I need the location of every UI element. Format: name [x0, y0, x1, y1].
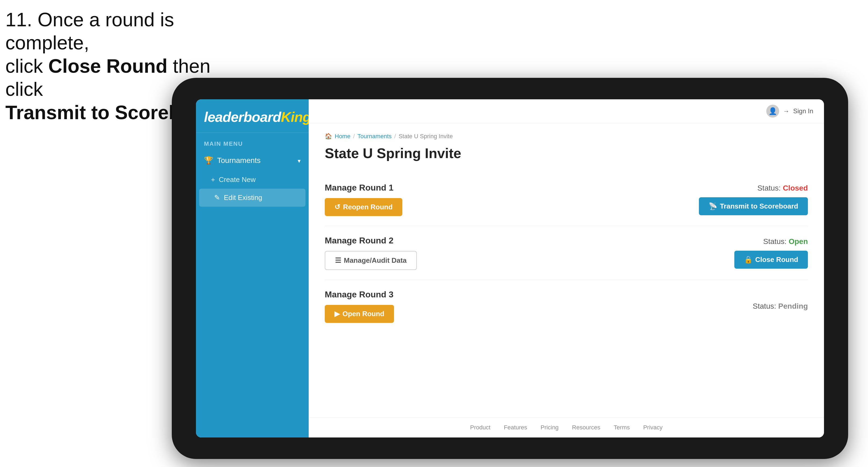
close-round-button[interactable]: 🔒 Close Round [734, 251, 808, 269]
close-round-bold: Close Round [48, 55, 167, 77]
sidebar: leaderboardKing MAIN MENU 🏆 Tournaments … [196, 99, 309, 437]
reopen-round-label: Reopen Round [343, 203, 393, 211]
footer-link-pricing[interactable]: Pricing [540, 424, 559, 431]
top-bar: 👤 → Sign In [309, 99, 824, 123]
status-open-badge: Open [788, 237, 808, 246]
round-1-section: Manage Round 1 ↺ Reopen Round Status: Cl… [325, 173, 808, 226]
footer-link-terms[interactable]: Terms [614, 424, 630, 431]
open-round-button[interactable]: ▶ Open Round [325, 305, 394, 323]
user-icon: 👤 [768, 107, 777, 116]
footer-link-privacy[interactable]: Privacy [643, 424, 662, 431]
status-closed-badge: Closed [783, 184, 808, 192]
round-3-section: Manage Round 3 ▶ Open Round Status: Pend… [325, 280, 808, 333]
main-content: 👤 → Sign In 🏠 Home / Tournaments / [309, 99, 824, 437]
sign-in-label: Sign In [793, 107, 813, 115]
avatar: 👤 [766, 105, 779, 118]
round-1-title: Manage Round 1 [325, 183, 402, 193]
instruction-line1: 11. Once a round is complete, [5, 9, 174, 54]
round-2-status: Status: Open [763, 237, 808, 246]
round-3-status: Status: Pending [753, 302, 808, 311]
create-new-label: Create New [219, 176, 255, 184]
transmit-label: Transmit to Scoreboard [720, 202, 798, 210]
breadcrumb-current: State U Spring Invite [399, 133, 453, 140]
status-pending-badge: Pending [778, 302, 808, 310]
logo-area: leaderboardKing [196, 99, 309, 133]
round-3-title: Manage Round 3 [325, 289, 394, 300]
open-round-label: Open Round [342, 310, 384, 318]
tablet-screen: leaderboardKing MAIN MENU 🏆 Tournaments … [196, 99, 824, 437]
sidebar-item-create-new[interactable]: + Create New [196, 171, 309, 189]
content-area: 🏠 Home / Tournaments / State U Spring In… [309, 123, 824, 417]
footer-link-features[interactable]: Features [504, 424, 527, 431]
chevron-down-icon [298, 156, 301, 165]
tournaments-label: Tournaments [217, 156, 260, 165]
reopen-round-button[interactable]: ↺ Reopen Round [325, 198, 402, 216]
breadcrumb-tournaments[interactable]: Tournaments [358, 133, 392, 140]
sidebar-item-tournaments[interactable]: 🏆 Tournaments [196, 150, 309, 171]
sidebar-item-edit-existing[interactable]: ✎ Edit Existing [199, 189, 305, 207]
footer: Product Features Pricing Resources Terms… [309, 417, 824, 437]
round-2-title: Manage Round 2 [325, 236, 417, 246]
logo-king: King [281, 109, 311, 125]
footer-link-resources[interactable]: Resources [572, 424, 600, 431]
logo: leaderboardKing [204, 109, 301, 125]
close-round-label: Close Round [755, 255, 798, 264]
plus-icon: + [211, 176, 215, 184]
trophy-icon: 🏆 [204, 156, 213, 165]
close-icon: 🔒 [744, 255, 752, 264]
transmit-icon: 📡 [709, 202, 717, 210]
home-icon: 🏠 [325, 133, 332, 140]
reopen-icon: ↺ [334, 203, 340, 211]
footer-link-product[interactable]: Product [470, 424, 490, 431]
main-menu-label: MAIN MENU [196, 133, 309, 150]
page-title: State U Spring Invite [325, 145, 808, 161]
audit-icon: ☰ [335, 256, 341, 264]
open-icon: ▶ [334, 310, 340, 318]
breadcrumb: 🏠 Home / Tournaments / State U Spring In… [325, 133, 808, 140]
round-2-section: Manage Round 2 ☰ Manage/Audit Data Statu… [325, 226, 808, 280]
edit-icon: ✎ [214, 193, 220, 202]
manage-audit-label: Manage/Audit Data [344, 256, 407, 264]
transmit-to-scoreboard-button[interactable]: 📡 Transmit to Scoreboard [699, 197, 808, 215]
sign-in-area[interactable]: 👤 → Sign In [766, 105, 813, 118]
manage-audit-button[interactable]: ☰ Manage/Audit Data [325, 251, 417, 270]
breadcrumb-home[interactable]: Home [335, 133, 350, 140]
round-1-status: Status: Closed [757, 184, 808, 192]
tablet-frame: leaderboardKing MAIN MENU 🏆 Tournaments … [172, 78, 848, 459]
edit-existing-label: Edit Existing [224, 193, 262, 202]
sign-in-arrow: → [783, 107, 789, 115]
app-layout: leaderboardKing MAIN MENU 🏆 Tournaments … [196, 99, 824, 437]
